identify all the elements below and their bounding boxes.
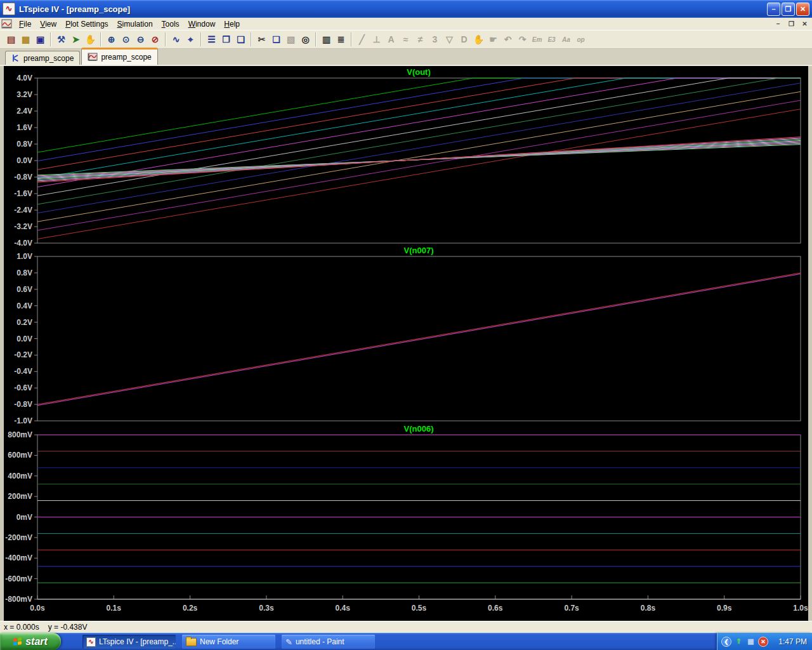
toolbar-separator — [100, 32, 102, 46]
menu-view[interactable]: View — [36, 18, 61, 29]
y-tick-label: -2.4V — [14, 206, 32, 215]
x-tick-label: 0.0s — [30, 604, 45, 613]
y-tick-label: 0mV — [16, 513, 32, 522]
autorange-plot-button[interactable]: ∿ — [169, 32, 183, 47]
vn007-ramp-under — [37, 273, 801, 404]
toolbar: ▤▦▣⚒➤✋⊕⊙⊖⊘∿⌖☰❐❑✂❏▧◎▥≣╱⊥A≈≠3▽D✋☛↶↷EmE3Aao… — [0, 30, 812, 49]
resistor-button: ≈ — [398, 32, 413, 47]
y-tick-label: 0.2V — [16, 318, 32, 327]
hide-icons-chevron[interactable]: ❮ — [721, 637, 731, 647]
ground-button: ⊥ — [369, 32, 384, 47]
menu-help[interactable]: Help — [219, 18, 244, 29]
paint-icon: ✎ — [285, 637, 292, 647]
y-tick-label: -200mV — [5, 533, 32, 542]
y-tick-label: -800mV — [5, 595, 32, 604]
y-tick-label: -0.6V — [14, 383, 32, 392]
y-tick-label: 600mV — [8, 451, 32, 460]
paste-button: ▧ — [284, 32, 298, 47]
x-tick-label: 0.4s — [336, 604, 351, 613]
cascade-windows-button[interactable]: ❐ — [219, 32, 233, 47]
tab-label: preamp_scope — [101, 53, 151, 62]
clock: 1:47 PM — [778, 637, 807, 646]
menu-plot-settings[interactable]: Plot Settings — [61, 18, 112, 29]
save-button[interactable]: ▣ — [33, 32, 48, 47]
network-disconnected-icon[interactable]: ▦ — [746, 637, 756, 646]
window-menu-icon[interactable] — [1, 19, 12, 29]
pane-title: V(out) — [407, 67, 431, 77]
control-panel-button[interactable]: ⚒ — [54, 32, 69, 47]
print-preview-button[interactable]: ▥ — [319, 32, 334, 47]
taskbar-button-label: untitled - Paint — [296, 637, 344, 646]
restore-button[interactable]: ❐ — [782, 3, 795, 16]
new-schematic-button[interactable]: ▤ — [4, 32, 18, 47]
drag-button: ☛ — [486, 32, 501, 47]
toolbar-separator — [200, 32, 202, 46]
vn007-ramp — [37, 274, 801, 406]
inductor-button: 3 — [428, 32, 442, 47]
mirror-button: E3 — [544, 32, 559, 47]
menu-simulation[interactable]: Simulation — [113, 18, 157, 29]
close-button[interactable]: ✕ — [796, 3, 809, 16]
y-tick-label: 0.8V — [16, 269, 32, 277]
copy-button[interactable]: ❏ — [269, 32, 284, 47]
menu-file[interactable]: File — [15, 18, 36, 29]
window-frame-right — [808, 66, 812, 621]
safely-remove-hardware-icon[interactable]: ⇑ — [734, 637, 743, 646]
taskbar-button-paint[interactable]: ✎ untitled - Paint — [282, 635, 375, 649]
y-tick-label: 1.0V — [16, 252, 32, 261]
plot-axes-button[interactable]: ⌖ — [183, 32, 198, 47]
tab-preamp-scope-waveform[interactable]: preamp_scope — [81, 48, 157, 65]
find-button[interactable]: ◎ — [298, 32, 313, 47]
toolbar-separator — [165, 32, 166, 46]
tab-preamp-scope-schematic[interactable]: preamp_scope — [5, 51, 80, 65]
mdi-close-button[interactable]: ✕ — [799, 18, 811, 29]
vout-lowgain-11 — [37, 137, 801, 183]
tile-windows-button[interactable]: ☰ — [204, 32, 219, 47]
x-tick-label: 0.1s — [107, 604, 122, 613]
taskbar-button-label: New Folder — [200, 637, 239, 646]
y-tick-label: -400mV — [5, 554, 32, 562]
spice-directive-button: op — [573, 32, 588, 47]
menu-tools[interactable]: Tools — [157, 18, 184, 29]
minimize-button[interactable]: – — [767, 3, 780, 16]
open-button[interactable]: ▦ — [18, 32, 33, 47]
zoom-extents-button[interactable]: ⊙ — [119, 32, 133, 47]
cursor-x-readout: x = 0.000s — [4, 623, 39, 632]
vout-step-10 — [37, 100, 801, 230]
waveform-icon — [88, 53, 98, 62]
taskbar-button-label: LTspice IV - [preamp_... — [99, 637, 176, 646]
pane-V(n006): V(n006)800mV600mV400mV200mV0mV-200mV-400… — [5, 424, 808, 613]
halt-button: ✋ — [83, 32, 98, 47]
start-button[interactable]: start — [0, 633, 61, 650]
mdi-restore-button[interactable]: ❐ — [785, 18, 797, 29]
security-alert-icon[interactable]: ✕ — [758, 637, 768, 647]
y-tick-label: 200mV — [8, 492, 32, 501]
taskbar: start ∿ LTspice IV - [preamp_... New Fol… — [0, 633, 812, 650]
waveform-plot[interactable]: V(out)4.0V3.2V2.4V1.6V0.8V0.0V-0.8V-1.6V… — [0, 66, 812, 621]
window-title: LTspice IV - [preamp_scope] — [19, 4, 766, 14]
y-tick-label: -0.4V — [14, 367, 32, 376]
x-tick-label: 0.5s — [412, 604, 427, 613]
zoom-out-button[interactable]: ⊖ — [133, 32, 148, 47]
undo-zoom-button[interactable]: ⊘ — [148, 32, 162, 47]
cut-button[interactable]: ✂ — [254, 32, 269, 47]
arrange-windows-button[interactable]: ❑ — [233, 32, 248, 47]
x-tick-label: 1.0s — [793, 604, 808, 613]
windows-logo-icon — [13, 637, 22, 646]
print-button[interactable]: ≣ — [334, 32, 348, 47]
taskbar-button-ltspice[interactable]: ∿ LTspice IV - [preamp_... — [82, 635, 176, 649]
y-tick-label: -1.0V — [14, 416, 32, 425]
taskbar-button-new-folder[interactable]: New Folder — [182, 635, 275, 649]
zoom-in-button[interactable]: ⊕ — [104, 32, 119, 47]
toolbar-separator — [351, 32, 352, 46]
y-tick-label: -4.0V — [14, 239, 32, 248]
pane-title: V(n007) — [404, 246, 434, 255]
status-bar: x = 0.000s y = -0.438V — [0, 621, 812, 633]
x-tick-label: 0.8s — [641, 604, 656, 613]
y-tick-label: -0.8V — [14, 173, 32, 182]
mdi-minimize-button[interactable]: – — [772, 18, 784, 29]
run-button[interactable]: ➤ — [69, 32, 83, 47]
component-button: D — [457, 32, 471, 47]
menu-window[interactable]: Window — [184, 18, 220, 29]
y-tick-label: 4.0V — [16, 74, 32, 83]
